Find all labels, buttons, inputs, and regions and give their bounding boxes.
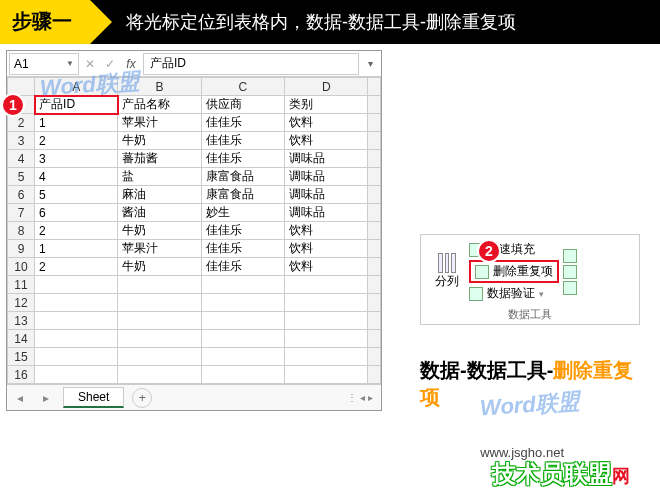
cell[interactable]: 蕃茄酱 [118, 150, 201, 168]
table-row[interactable]: 43蕃茄酱佳佳乐调味品 [8, 150, 381, 168]
fx-icon[interactable]: fx [121, 57, 141, 71]
row-header[interactable]: 3 [8, 132, 35, 150]
formula-bar[interactable]: 产品ID [143, 53, 359, 75]
cell[interactable]: 牛奶 [118, 132, 201, 150]
cell[interactable]: 饮料 [285, 222, 368, 240]
cell[interactable]: 1 [35, 114, 118, 132]
cell[interactable] [285, 348, 368, 366]
cell[interactable] [201, 330, 284, 348]
row-header[interactable]: 14 [8, 330, 35, 348]
cell[interactable]: 调味品 [285, 150, 368, 168]
row-header[interactable]: 15 [8, 348, 35, 366]
add-sheet-icon[interactable]: + [132, 388, 152, 408]
table-row[interactable]: 76酱油妙生调味品 [8, 204, 381, 222]
cell[interactable]: 6 [35, 204, 118, 222]
whatif-icon[interactable] [563, 281, 577, 295]
row-header[interactable]: 6 [8, 186, 35, 204]
cell[interactable] [285, 366, 368, 384]
consolidate-icon[interactable] [563, 249, 577, 263]
cell[interactable]: 酱油 [118, 204, 201, 222]
table-row[interactable]: 12 [8, 294, 381, 312]
cell[interactable] [201, 366, 284, 384]
cell[interactable]: 佳佳乐 [201, 132, 284, 150]
row-header[interactable]: 9 [8, 240, 35, 258]
sheet-tab[interactable]: Sheet [63, 387, 124, 408]
confirm-icon[interactable]: ✓ [101, 57, 119, 71]
cell[interactable]: 饮料 [285, 240, 368, 258]
cell[interactable]: 佳佳乐 [201, 258, 284, 276]
cell[interactable]: 佳佳乐 [201, 240, 284, 258]
row-header[interactable]: 13 [8, 312, 35, 330]
cell[interactable]: 佳佳乐 [201, 222, 284, 240]
cell[interactable] [35, 276, 118, 294]
cell[interactable] [201, 294, 284, 312]
cell[interactable]: 妙生 [201, 204, 284, 222]
cell[interactable] [118, 276, 201, 294]
table-row[interactable]: 16 [8, 366, 381, 384]
table-row[interactable]: 102牛奶佳佳乐饮料 [8, 258, 381, 276]
chevron-down-icon[interactable]: ▼ [66, 59, 74, 68]
table-row[interactable]: 13 [8, 312, 381, 330]
cell[interactable] [118, 330, 201, 348]
cell[interactable]: 苹果汁 [118, 240, 201, 258]
cell[interactable]: 饮料 [285, 114, 368, 132]
col-header-d[interactable]: D [285, 78, 368, 96]
cell[interactable]: 3 [35, 150, 118, 168]
tab-scroll-icon[interactable]: ⋮ ◂ ▸ [339, 392, 381, 403]
table-row[interactable]: 15 [8, 348, 381, 366]
table-row[interactable]: 11 [8, 276, 381, 294]
cell[interactable] [201, 276, 284, 294]
cell[interactable]: 4 [35, 168, 118, 186]
col-header-a[interactable]: A [35, 78, 118, 96]
table-row[interactable]: 65麻油康富食品调味品 [8, 186, 381, 204]
cell[interactable]: 产品名称 [118, 96, 201, 114]
cancel-icon[interactable]: ✕ [81, 57, 99, 71]
data-validation-button[interactable]: 数据验证 ▾ [469, 285, 559, 302]
cell[interactable] [118, 294, 201, 312]
cell[interactable] [285, 276, 368, 294]
cell[interactable]: 康富食品 [201, 186, 284, 204]
cell[interactable]: 康富食品 [201, 168, 284, 186]
tab-nav-next-icon[interactable]: ▸ [33, 391, 59, 405]
tab-nav-prev-icon[interactable]: ◂ [7, 391, 33, 405]
cell[interactable]: 麻油 [118, 186, 201, 204]
cell[interactable]: 5 [35, 186, 118, 204]
remove-duplicates-button[interactable]: 删除重复项 [469, 260, 559, 283]
cell[interactable] [118, 348, 201, 366]
cell[interactable]: 1 [35, 240, 118, 258]
expand-formula-bar-icon[interactable]: ▾ [361, 58, 379, 69]
cell[interactable]: 饮料 [285, 258, 368, 276]
row-header[interactable]: 4 [8, 150, 35, 168]
table-row[interactable]: 82牛奶佳佳乐饮料 [8, 222, 381, 240]
row-header[interactable]: 11 [8, 276, 35, 294]
cell[interactable] [35, 348, 118, 366]
row-header[interactable]: 8 [8, 222, 35, 240]
cell[interactable] [35, 330, 118, 348]
cell[interactable] [118, 312, 201, 330]
cell[interactable]: 牛奶 [118, 222, 201, 240]
cell[interactable]: 2 [35, 258, 118, 276]
cell[interactable] [285, 330, 368, 348]
cell[interactable]: 调味品 [285, 168, 368, 186]
chevron-down-icon[interactable]: ▾ [539, 289, 544, 299]
cell[interactable]: 盐 [118, 168, 201, 186]
table-row[interactable]: 91苹果汁佳佳乐饮料 [8, 240, 381, 258]
cell[interactable]: 佳佳乐 [201, 150, 284, 168]
cell[interactable] [35, 294, 118, 312]
cell[interactable] [201, 312, 284, 330]
name-box[interactable]: A1 ▼ [9, 53, 79, 75]
text-to-columns-button[interactable]: 分列 [429, 251, 465, 292]
cell[interactable] [35, 312, 118, 330]
row-header[interactable]: 7 [8, 204, 35, 222]
cell[interactable]: 供应商 [201, 96, 284, 114]
relationships-icon[interactable] [563, 265, 577, 279]
row-header[interactable]: 5 [8, 168, 35, 186]
cell[interactable]: 苹果汁 [118, 114, 201, 132]
cell[interactable]: 饮料 [285, 132, 368, 150]
cell[interactable]: 2 [35, 132, 118, 150]
col-header-c[interactable]: C [201, 78, 284, 96]
cell[interactable]: 牛奶 [118, 258, 201, 276]
cell[interactable]: 产品ID [35, 96, 118, 114]
table-row[interactable]: 14 [8, 330, 381, 348]
cell[interactable]: 类别 [285, 96, 368, 114]
